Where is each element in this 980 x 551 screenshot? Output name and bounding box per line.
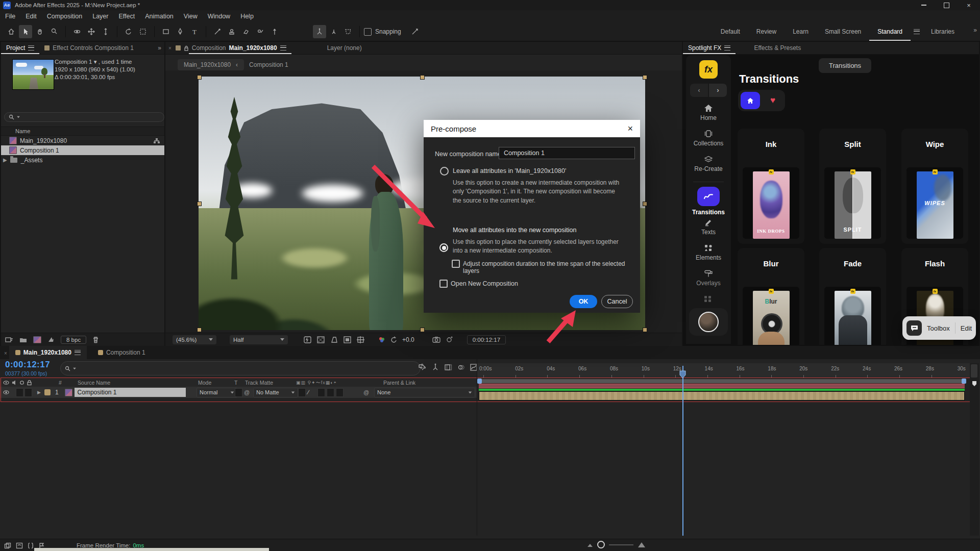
matte-pickwhip-icon[interactable]: @ <box>244 389 250 395</box>
transparency-grid-icon[interactable] <box>316 336 326 344</box>
preview-time-display[interactable]: 0:00:12:17 <box>467 335 506 344</box>
more-grid-icon[interactable] <box>703 295 713 303</box>
tab-composition[interactable]: Composition Main_1920x1080 <box>189 42 291 54</box>
transition-card-fade[interactable]: Fade fx Fade <box>819 248 886 345</box>
move-attributes-radio[interactable] <box>439 243 448 252</box>
home-tool-icon[interactable] <box>5 25 18 38</box>
orbit-camera-tool-icon[interactable] <box>70 25 84 38</box>
project-row-composition-1[interactable]: Composition 1 <box>1 145 164 155</box>
view-axis-mode-icon[interactable] <box>341 25 355 38</box>
menu-layer[interactable]: Layer <box>87 13 113 20</box>
new-folder-icon[interactable] <box>19 337 27 343</box>
eraser-tool-icon[interactable] <box>239 25 253 38</box>
scrollbar-thumb[interactable] <box>971 364 977 378</box>
collapse-toggle[interactable] <box>298 388 306 397</box>
work-area-start-handle[interactable] <box>477 379 482 384</box>
zoom-in-mountain-icon[interactable] <box>638 541 646 548</box>
mode-column-header[interactable]: Mode <box>198 380 211 386</box>
workspace-libraries[interactable]: Libraries <box>923 22 963 41</box>
ok-button[interactable]: OK <box>570 295 597 308</box>
layer-duration-bar[interactable] <box>479 391 965 400</box>
track-matte-dropdown[interactable]: No Matte <box>253 388 298 397</box>
layer-handle[interactable] <box>420 328 425 332</box>
motion-blur-toggle[interactable] <box>336 388 344 397</box>
forward-chevron-icon[interactable]: › <box>709 84 727 97</box>
layer-expand-arrow-icon[interactable]: ▶ <box>37 390 41 395</box>
workspace-review[interactable]: Review <box>748 22 785 41</box>
layer-handle[interactable] <box>643 75 647 80</box>
rotation-tool-icon[interactable] <box>122 25 135 38</box>
workspace-menu-icon[interactable] <box>914 29 920 34</box>
cancel-button[interactable]: Cancel <box>601 295 633 308</box>
playhead-handle[interactable] <box>679 370 686 379</box>
transition-card-blur[interactable]: Blur fx Blur <box>738 248 804 345</box>
layer-visibility-eye-icon[interactable] <box>3 389 10 395</box>
menu-edit[interactable]: Edit <box>20 13 42 20</box>
open-new-comp-checkbox[interactable] <box>439 280 448 288</box>
zoom-out-mountain-icon[interactable] <box>587 542 593 547</box>
new-comp-name-input[interactable]: Composition 1 <box>499 147 635 159</box>
clone-stamp-tool-icon[interactable] <box>225 25 238 38</box>
sidebar-item-texts[interactable]: Texts <box>686 218 731 236</box>
sidebar-item-transitions[interactable]: Transitions <box>686 187 731 216</box>
camera-tool-icon[interactable] <box>136 25 150 38</box>
snap-options-icon[interactable] <box>408 25 422 38</box>
frame-blend-icon[interactable] <box>444 363 452 371</box>
current-time-display[interactable]: 0:00:12:17 <box>5 360 50 370</box>
layer-name-field[interactable]: Composition 1 <box>75 388 186 397</box>
sidebar-item-collections[interactable]: Collections <box>686 130 731 147</box>
parent-link-column-header[interactable]: Parent & Link <box>383 380 415 386</box>
sidebar-item-elements[interactable]: Elements <box>686 244 731 261</box>
menu-composition[interactable]: Composition <box>42 13 87 20</box>
minimize-button[interactable] <box>913 0 935 10</box>
dialog-title-bar[interactable]: Pre-compose × <box>424 120 640 137</box>
sidebar-item-overlays[interactable]: Overlays <box>686 269 731 287</box>
frame-blend-toggle[interactable] <box>327 388 334 397</box>
adjust-duration-label[interactable]: Adjust composition duration to the time … <box>463 260 640 274</box>
new-composition-icon[interactable] <box>33 336 41 343</box>
dialog-close-icon[interactable]: × <box>627 123 633 134</box>
leave-attributes-label[interactable]: Leave all attributes in 'Main_1920x1080' <box>453 167 566 174</box>
snapshot-camera-icon[interactable] <box>432 336 441 343</box>
project-search-input[interactable] <box>4 112 164 122</box>
menu-view[interactable]: View <box>179 13 203 20</box>
hash-column-header[interactable]: # <box>59 380 62 386</box>
project-panel-menu-icon[interactable] <box>28 45 34 51</box>
project-row-assets[interactable]: ▶ _Assets <box>1 155 164 165</box>
tab-layer[interactable]: Layer (none) <box>322 42 367 54</box>
reset-exposure-icon[interactable] <box>390 336 398 344</box>
layer-handle[interactable] <box>197 202 202 206</box>
exposure-value[interactable]: +0.0 <box>402 336 414 343</box>
sidebar-item-recreate[interactable]: Re-Create <box>686 155 731 172</box>
type-tool-icon[interactable]: T <box>188 25 201 38</box>
layer-handle[interactable] <box>420 75 425 80</box>
tab-spotlight-fx[interactable]: Spotlight FX <box>683 42 736 54</box>
close-button[interactable]: × <box>958 0 980 10</box>
layer-color-swatch[interactable] <box>44 389 51 395</box>
timeline-tab-comp1[interactable]: Composition 1 <box>92 346 152 359</box>
quality-toggle-icon[interactable]: ∕ <box>308 389 309 396</box>
zoom-slider-knob[interactable] <box>597 541 605 548</box>
sidebar-item-home[interactable]: Home <box>686 104 731 121</box>
layer-handle[interactable] <box>643 328 647 332</box>
bit-depth-button[interactable]: 8 bpc <box>61 336 86 344</box>
channel-icon[interactable] <box>378 336 386 344</box>
show-snapshot-icon[interactable] <box>445 336 454 343</box>
transition-card-ink[interactable]: Ink fx INK DROPS <box>738 129 804 244</box>
leave-attributes-radio[interactable] <box>440 167 449 176</box>
brackets-icon[interactable] <box>28 542 34 549</box>
timeline-scrollbar-strip[interactable] <box>970 363 979 536</box>
shy-layers-icon[interactable] <box>16 542 23 549</box>
work-area-end-handle[interactable] <box>962 379 966 384</box>
expand-arrow-icon[interactable]: ▶ <box>3 157 7 163</box>
puppet-pin-tool-icon[interactable] <box>268 25 281 38</box>
render-queue-icon[interactable] <box>47 336 55 343</box>
timeline-split-divider[interactable] <box>477 359 477 536</box>
edit-button[interactable]: Edit <box>961 324 972 332</box>
blend-mode-dropdown[interactable]: Normal <box>197 388 237 397</box>
name-column-header[interactable]: Name <box>15 128 30 134</box>
snapping-checkbox[interactable] <box>364 28 372 36</box>
open-new-comp-label[interactable]: Open New Composition <box>451 280 518 287</box>
comp-panel-menu-icon[interactable] <box>280 45 286 51</box>
menu-help[interactable]: Help <box>235 13 259 20</box>
